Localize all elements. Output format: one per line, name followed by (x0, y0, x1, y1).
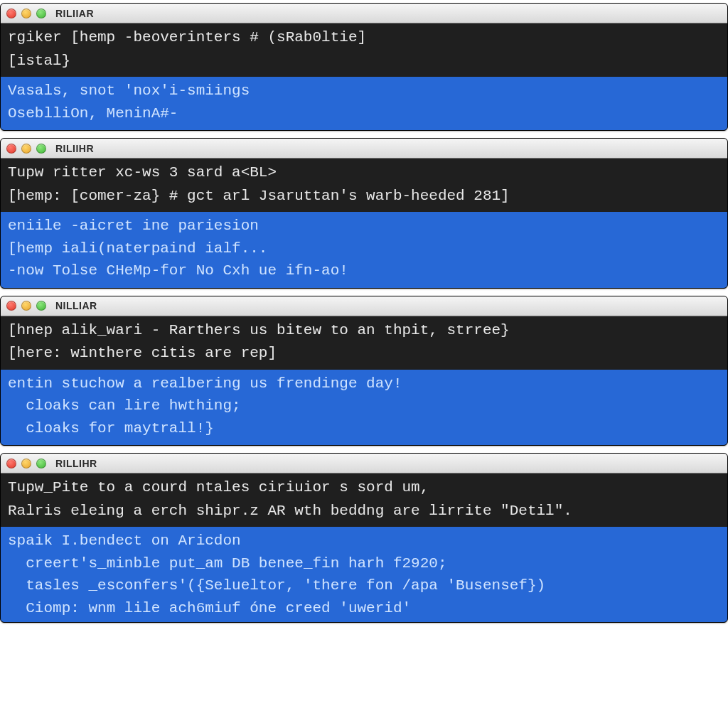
minimize-icon[interactable] (21, 301, 31, 311)
terminal-body[interactable]: Tupw ritter xc-ws 3 sard a<BL> [hemp: [c… (1, 159, 727, 288)
minimize-icon[interactable] (21, 9, 31, 18)
maximize-icon[interactable] (36, 144, 46, 154)
minimize-icon[interactable] (21, 144, 31, 154)
command-line[interactable]: Tupw_Pite to a courd ntales ciriuior s s… (1, 473, 727, 527)
output-block: entin stuchow a realbering us frendinge … (1, 370, 727, 446)
output-block: eniile -aicret ine pariesion [hemp iali(… (1, 212, 727, 288)
window-title: NILLIAR (55, 300, 97, 311)
terminal-body[interactable]: rgiker [hemp -beoverinters # (sRab0ltie]… (1, 23, 727, 130)
terminal-window: RILIIAR rgiker [hemp -beoverinters # (sR… (0, 3, 728, 131)
window-title: RILLIHR (55, 458, 97, 469)
close-icon[interactable] (6, 301, 16, 311)
command-line[interactable]: rgiker [hemp -beoverinters # (sRab0ltie]… (1, 23, 727, 77)
window-title: RILIIHR (55, 143, 94, 154)
command-line[interactable]: [hnep alik_wari - Rarthers us bitew to a… (1, 316, 727, 370)
titlebar[interactable]: RILIIAR (1, 4, 727, 23)
minimize-icon[interactable] (21, 459, 31, 469)
command-line[interactable]: Tupw ritter xc-ws 3 sard a<BL> [hemp: [c… (1, 159, 727, 212)
window-title: RILIIAR (55, 8, 94, 19)
titlebar[interactable]: RILIIHR (1, 139, 727, 159)
maximize-icon[interactable] (36, 9, 46, 18)
close-icon[interactable] (6, 144, 16, 154)
close-icon[interactable] (6, 459, 16, 469)
maximize-icon[interactable] (36, 301, 46, 311)
output-block: Vasals, snot 'nox'i-smiings OseblliOn, M… (1, 77, 727, 130)
terminal-window: NILLIAR [hnep alik_wari - Rarthers us bi… (0, 296, 728, 446)
close-icon[interactable] (6, 9, 16, 18)
terminal-body[interactable]: Tupw_Pite to a courd ntales ciriuior s s… (1, 473, 727, 622)
maximize-icon[interactable] (36, 459, 46, 469)
output-block: spaik I.bendect on Aricdon creert's_minb… (1, 527, 727, 622)
terminal-body[interactable]: [hnep alik_wari - Rarthers us bitew to a… (1, 316, 727, 446)
terminal-window: RILIIHR Tupw ritter xc-ws 3 sard a<BL> [… (0, 138, 728, 289)
terminal-window: RILLIHR Tupw_Pite to a courd ntales ciri… (0, 453, 728, 623)
titlebar[interactable]: NILLIAR (1, 296, 727, 316)
titlebar[interactable]: RILLIHR (1, 454, 727, 473)
